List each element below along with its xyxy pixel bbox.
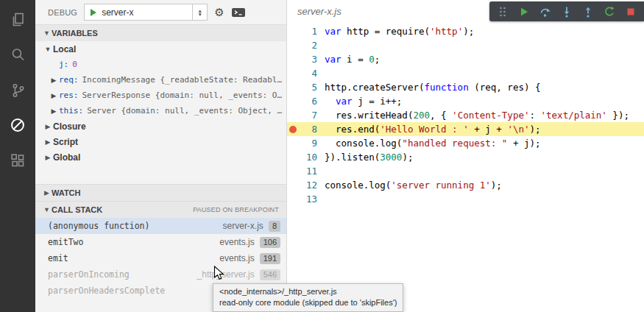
breakpoint-margin[interactable] (287, 178, 298, 192)
git-branch-icon (10, 82, 26, 99)
drag-handle[interactable] (497, 6, 509, 18)
launch-config-select[interactable]: server-x ▲▼ (84, 4, 208, 21)
breakpoint-margin[interactable] (287, 164, 298, 178)
code-line[interactable]: 11 (287, 164, 644, 178)
activity-item-explorer[interactable] (0, 1, 35, 37)
breakpoint-margin[interactable] (287, 94, 298, 108)
activity-item-debug[interactable] (0, 107, 35, 143)
code-line[interactable]: 13 (287, 192, 644, 206)
scope-label: Closure (53, 121, 86, 132)
callstack-frame[interactable]: (anonymous function)server-x.js8 (35, 218, 286, 234)
line-number: 11 (298, 164, 317, 178)
step-over-icon (539, 6, 551, 18)
debug-console-icon[interactable] (231, 7, 246, 18)
code-text: console.log('server running 1'); (317, 178, 502, 192)
stop-button[interactable] (625, 6, 637, 18)
breakpoint-margin[interactable] (287, 66, 298, 80)
code-line[interactable]: 1var http = require('http'); (287, 24, 644, 38)
code-text: var i = 0; (317, 52, 380, 66)
watch-pane-header[interactable]: ▶ WATCH (35, 184, 286, 201)
breakpoint-margin[interactable] (287, 24, 298, 38)
variable-row[interactable]: ▶req:IncomingMessage {_readableState: Re… (35, 72, 286, 88)
breakpoint-margin[interactable] (287, 108, 298, 122)
breakpoint-margin[interactable] (287, 150, 298, 164)
variables-pane-header[interactable]: ▼ VARIABLES (35, 24, 286, 41)
breakpoint-margin[interactable] (287, 38, 298, 52)
chevron-right-icon[interactable]: ▶ (43, 138, 53, 146)
expand-icon[interactable]: ▶ (49, 77, 59, 84)
scope-label: Script (53, 137, 78, 147)
line-number: 5 (298, 80, 317, 94)
scope-row[interactable]: ▶Closure (35, 118, 286, 134)
code-text: console.log("handled request: " + j); (317, 136, 541, 150)
extensions-icon (10, 152, 26, 169)
line-number: 1 (298, 24, 317, 38)
tooltip: <node_internals>/_http_server.js read-on… (213, 283, 403, 312)
variables-pane-title: VARIABLES (52, 29, 98, 38)
breakpoint-margin[interactable] (287, 122, 298, 136)
scope-row[interactable]: ▶Global (35, 149, 286, 165)
code-line[interactable]: 7 res.writeHead(200, { 'Content-Type': '… (287, 108, 644, 122)
variable-row[interactable]: ▶res:ServerResponse {domain: null, _even… (35, 88, 286, 103)
breakpoint-margin[interactable] (287, 192, 298, 206)
line-number: 13 (298, 192, 317, 206)
chevron-down-icon: ▼ (42, 29, 52, 37)
callstack-frame[interactable]: emitevents.js191 (35, 250, 286, 266)
variable-name: j: (59, 60, 68, 69)
watch-pane-title: WATCH (52, 188, 81, 197)
expand-icon[interactable]: ▶ (49, 92, 59, 99)
start-debug-icon[interactable] (91, 9, 96, 16)
file-label[interactable]: server-x.js (297, 6, 342, 17)
variable-value: 0 (72, 60, 77, 69)
frame-line-badge: 8 (269, 221, 280, 232)
breakpoint-margin[interactable] (287, 52, 298, 66)
code-line[interactable]: 8 res.end('Hello World : ' + j + '\n'); (287, 122, 644, 136)
code-line[interactable]: 4 (287, 66, 644, 80)
callstack-pane-header[interactable]: ▼ CALL STACK PAUSED ON BREAKPOINT (35, 201, 286, 218)
line-number: 9 (298, 136, 317, 150)
frame-file-name: server-x.js (223, 221, 263, 231)
launch-config-label: server-x (102, 7, 192, 18)
code-line[interactable]: 10}).listen(3000); (287, 150, 644, 164)
code-line[interactable]: 12console.log('server running 1'); (287, 178, 644, 192)
code-line[interactable]: 6 var j = i++; (287, 94, 644, 108)
chevron-down-icon[interactable]: ▼ (43, 46, 53, 53)
step-out-button[interactable] (582, 6, 594, 18)
activity-item-source-control[interactable] (0, 72, 35, 107)
expand-icon[interactable]: ▶ (49, 107, 59, 115)
code-line[interactable]: 5http.createServer(function (req, res) { (287, 80, 644, 94)
line-number: 6 (298, 94, 317, 108)
variable-row[interactable]: ▶j:0 (35, 57, 286, 72)
activity-item-extensions[interactable] (0, 143, 35, 178)
code-line[interactable]: 9 console.log("handled request: " + j); (287, 136, 644, 150)
chevron-right-icon[interactable]: ▶ (43, 154, 53, 161)
continue-button[interactable] (518, 6, 530, 18)
scope-row[interactable]: ▶Script (35, 134, 286, 149)
activity-bar (0, 0, 35, 312)
code-text: res.writeHead(200, { 'Content-Type': 'te… (317, 108, 629, 122)
debug-sidebar: DEBUG server-x ▲▼ ⚙ ▼ VARIABLES ▼Local▶j… (35, 0, 287, 312)
step-into-button[interactable] (561, 6, 573, 18)
step-over-button[interactable] (539, 6, 551, 18)
frame-function-name: emit (48, 253, 219, 263)
breakpoint-margin[interactable] (287, 136, 298, 150)
code-line[interactable]: 2 (287, 38, 644, 52)
line-number: 4 (298, 66, 317, 80)
code-text: var j = i++; (317, 94, 402, 108)
callstack-frame[interactable]: parserOnIncoming_http_server.js546 (35, 266, 286, 283)
activity-item-search[interactable] (0, 37, 35, 72)
line-number: 7 (298, 108, 317, 122)
configure-gear-icon[interactable]: ⚙ (214, 6, 224, 19)
sidebar-spacer (35, 165, 286, 184)
frame-file-name: _http_server.js (197, 269, 255, 280)
code-line[interactable]: 3var i = 0; (287, 52, 644, 66)
breakpoint-icon (289, 126, 297, 133)
restart-button[interactable] (604, 6, 615, 18)
scope-row[interactable]: ▼Local (35, 41, 286, 57)
variable-row[interactable]: ▶this:Server {domain: null, _events: Obj… (35, 103, 286, 118)
frame-file-name: events.js (219, 237, 254, 247)
breakpoint-margin[interactable] (287, 80, 298, 94)
callstack-frame[interactable]: emitTwoevents.js106 (35, 234, 286, 250)
debug-sidebar-header: DEBUG server-x ▲▼ ⚙ (35, 0, 286, 24)
chevron-right-icon[interactable]: ▶ (43, 123, 53, 130)
